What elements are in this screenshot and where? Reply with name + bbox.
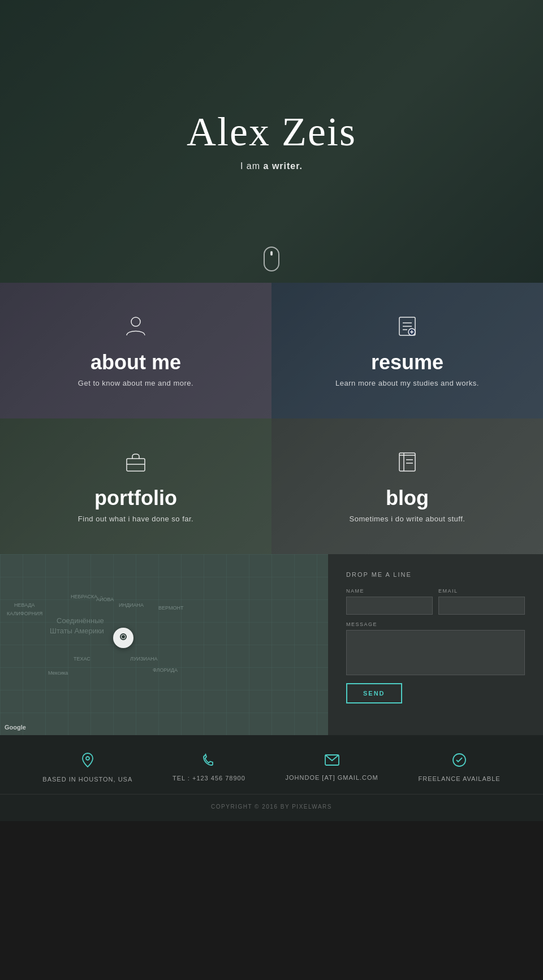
blog-title: blog	[350, 486, 466, 510]
footer: BASED IN HOUSTON, USA TEL : +123 456 789…	[0, 735, 543, 821]
phone-label: TEL : +123 456 78900	[173, 775, 245, 782]
resume-title: resume	[335, 351, 479, 374]
footer-items: BASED IN HOUSTON, USA TEL : +123 456 789…	[0, 752, 543, 794]
resume-icon	[335, 314, 479, 344]
map-label-texas: ТЕХАС	[74, 656, 90, 662]
portfolio-title: portfolio	[78, 486, 193, 510]
map-label-louisiana: ЛУИЗИАНА	[130, 656, 158, 662]
svg-point-15	[86, 757, 89, 760]
map-label-florida: ФЛОРИДА	[153, 667, 178, 673]
portfolio-card[interactable]: portfolio Find out what i have done so f…	[0, 418, 272, 554]
send-button[interactable]: SEND	[346, 683, 402, 703]
resume-desc: Learn more about my studies and works.	[335, 379, 479, 387]
email-input[interactable]	[438, 597, 525, 615]
check-icon	[452, 753, 467, 771]
name-input[interactable]	[346, 597, 433, 615]
message-label: MESSAGE	[346, 621, 525, 627]
footer-copyright: COPYRIGHT © 2016 BY PIXELWARS	[0, 794, 543, 810]
map-label-nevada: НЕВАДА	[14, 602, 35, 608]
resume-card[interactable]: resume Learn more about my studies and w…	[272, 283, 543, 418]
about-me-card[interactable]: about me Get to know about me and more.	[0, 283, 272, 418]
footer-location: BASED IN HOUSTON, USA	[42, 752, 132, 783]
briefcase-icon	[78, 450, 193, 480]
map-label-country2: Штаты Америки	[50, 627, 104, 635]
phone-icon	[202, 753, 216, 770]
form-title: DROP ME A LINE	[346, 571, 525, 578]
hero-title: Alex Zeis	[187, 111, 356, 152]
person-icon	[78, 314, 193, 344]
map-label-nebraska: НЕБРАСКА	[71, 594, 97, 599]
map-label-california: КАЛИФОРНИЯ	[7, 611, 42, 616]
map-label-iowa: АЙОВА	[96, 597, 114, 602]
name-label: NAME	[346, 588, 433, 594]
mail-icon	[324, 754, 340, 770]
freelance-label: FREELANCE AVAILABLE	[418, 775, 500, 782]
svg-point-14	[122, 636, 124, 638]
email-label: EMAIL	[438, 588, 525, 594]
about-desc: Get to know about me and more.	[78, 379, 193, 387]
hero-subtitle: I am a writer.	[187, 161, 356, 171]
hero-section: Alex Zeis I am a writer.	[0, 0, 543, 283]
map-area: Соединённые Штаты Америки Мексика НЕВАДА…	[0, 554, 328, 735]
email-label-footer: JOHNDOE [AT] GMAIL.COM	[286, 774, 378, 781]
blog-desc: Sometimes i do write about stuff.	[350, 515, 466, 523]
scroll-dot	[270, 251, 273, 256]
blog-card[interactable]: blog Sometimes i do write about stuff.	[272, 418, 543, 554]
footer-freelance: FREELANCE AVAILABLE	[418, 753, 500, 782]
map-label-country1: Соединённые	[57, 616, 104, 625]
location-label: BASED IN HOUSTON, USA	[42, 776, 132, 783]
map-text-area: Соединённые Штаты Америки Мексика НЕВАДА…	[0, 554, 328, 735]
location-icon	[81, 752, 94, 771]
message-textarea[interactable]	[346, 630, 525, 675]
map-label-vermont: ВЕРМОНТ	[158, 605, 183, 611]
grid-sections: about me Get to know about me and more. …	[0, 283, 543, 554]
scroll-indicator	[264, 247, 279, 271]
portfolio-desc: Find out what i have done so far.	[78, 515, 193, 523]
map-label-mexico: Мексика	[48, 670, 68, 676]
book-icon	[350, 450, 466, 480]
map-label-indiana: ИНДИАНА	[119, 602, 144, 608]
svg-point-0	[131, 317, 140, 326]
svg-rect-8	[127, 459, 145, 471]
google-label: Google	[5, 724, 26, 731]
contact-section: Соединённые Штаты Америки Мексика НЕВАДА…	[0, 554, 543, 735]
hero-content: Alex Zeis I am a writer.	[187, 111, 356, 171]
footer-phone: TEL : +123 456 78900	[173, 753, 245, 782]
map-pin	[113, 628, 133, 648]
footer-email: JOHNDOE [AT] GMAIL.COM	[286, 754, 378, 781]
about-title: about me	[78, 351, 193, 374]
svg-rect-10	[399, 453, 415, 471]
contact-form-area: DROP ME A LINE NAME EMAIL MESSAGE SEND	[328, 554, 543, 735]
